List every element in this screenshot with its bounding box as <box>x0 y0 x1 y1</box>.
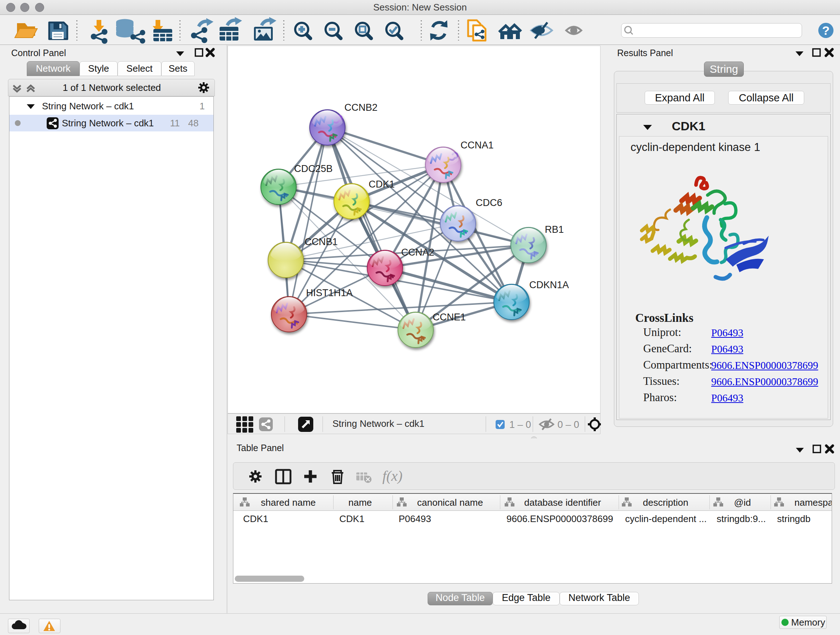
svg-text:name: name <box>348 497 372 508</box>
svg-text:description: description <box>643 497 688 508</box>
svg-text:database identifier: database identifier <box>524 497 601 508</box>
svg-text:namespac: namespac <box>794 497 832 508</box>
svg-text:CCNA1: CCNA1 <box>461 140 494 150</box>
svg-text:canonical name: canonical name <box>417 497 483 508</box>
svg-text:CCNB1: CCNB1 <box>305 236 338 247</box>
svg-text:shared name: shared name <box>261 497 316 508</box>
svg-text:1 of 1 Network selected: 1 of 1 Network selected <box>63 82 161 93</box>
svg-text:f(x): f(x) <box>382 468 403 484</box>
svg-text:CDKN1A: CDKN1A <box>529 279 569 290</box>
svg-text:@id: @id <box>734 497 751 508</box>
svg-text:0 – 0: 0 – 0 <box>557 419 579 430</box>
svg-text:CDC6: CDC6 <box>476 197 502 208</box>
svg-text:String Network – cdk1: String Network – cdk1 <box>332 418 424 429</box>
svg-text:HIST1H1A: HIST1H1A <box>306 287 353 298</box>
svg-text:?: ? <box>822 24 830 37</box>
svg-text:CDK1: CDK1 <box>369 179 395 190</box>
svg-text:CCNA2: CCNA2 <box>401 247 434 258</box>
svg-text:CDC25B: CDC25B <box>294 163 333 174</box>
svg-text:1 – 0: 1 – 0 <box>509 419 531 430</box>
svg-text:CCNB2: CCNB2 <box>344 102 378 113</box>
svg-text:CCNE1: CCNE1 <box>433 312 466 323</box>
svg-text:RB1: RB1 <box>545 224 564 235</box>
